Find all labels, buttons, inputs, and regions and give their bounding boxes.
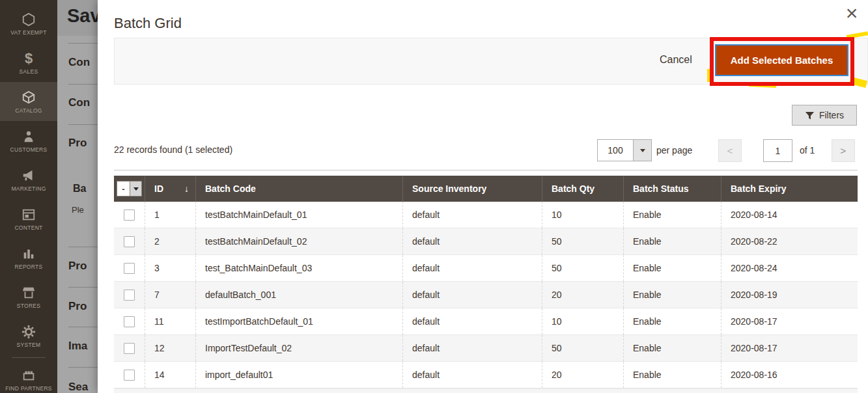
cell-batch-expiry: 2020-08-14 xyxy=(721,202,858,228)
column-header-source-inventory[interactable]: Source Inventory xyxy=(402,176,542,202)
table-row: 2 testBatchMainDefault_02 default 50 Ena… xyxy=(114,228,858,255)
page-of-label: of 1 xyxy=(800,145,815,156)
sidebar-item-label: SALES xyxy=(20,68,38,75)
row-checkbox[interactable] xyxy=(124,290,135,301)
batch-grid-table: - ID ↓ Batch Code Source Inventory Batch… xyxy=(114,176,858,388)
column-header-id[interactable]: ID ↓ xyxy=(145,176,195,202)
batch-grid-modal: Batch Grid × Cancel Add Selected Batches… xyxy=(98,0,868,393)
row-checkbox[interactable] xyxy=(124,343,135,354)
add-selected-batches-button[interactable]: Add Selected Batches xyxy=(715,44,848,76)
cell-batch-expiry: 2020-08-22 xyxy=(721,228,858,254)
cancel-button[interactable]: Cancel xyxy=(660,54,692,66)
storefront-icon xyxy=(21,285,36,301)
layout-icon xyxy=(21,207,36,223)
sidebar-item-label: VAT EXEMPT xyxy=(10,29,46,36)
sidebar-item-vat-exempt[interactable]: VAT EXEMPT xyxy=(0,4,57,43)
cell-source-inventory: default xyxy=(402,308,542,334)
row-checkbox[interactable] xyxy=(124,370,135,381)
chevron-down-icon xyxy=(130,182,141,196)
next-page-button[interactable]: > xyxy=(832,139,855,162)
per-page-select[interactable]: 100 xyxy=(597,139,652,161)
column-label: Batch Status xyxy=(633,183,689,194)
sidebar-item-find-partners[interactable]: FIND PARTNERS xyxy=(0,360,57,393)
select-all-control[interactable]: - xyxy=(114,176,145,202)
table-row: 12 ImportTestDefault_02 default 50 Enabl… xyxy=(114,335,858,362)
sidebar-item-customers[interactable]: CUSTOMERS xyxy=(0,121,57,160)
sidebar-divider xyxy=(12,357,46,358)
sidebar-item-marketing[interactable]: MARKETING xyxy=(0,160,57,199)
cell-source-inventory: default xyxy=(402,282,542,308)
cell-id: 1 xyxy=(145,202,195,228)
checkbox-cell xyxy=(114,335,145,361)
column-header-batch-qty[interactable]: Batch Qty xyxy=(542,176,623,202)
cell-batch-status: Enable xyxy=(623,335,721,361)
checkbox-cell xyxy=(114,308,145,334)
cell-source-inventory: default xyxy=(402,335,542,361)
admin-sidebar: VAT EXEMPT $ SALES CATALOG CUSTOMERS MAR… xyxy=(0,0,57,393)
sidebar-item-sales[interactable]: $ SALES xyxy=(0,43,57,82)
column-label: Batch Qty xyxy=(552,183,595,194)
row-checkbox[interactable] xyxy=(124,263,135,274)
column-label: Source Inventory xyxy=(412,183,486,194)
checkbox-cell xyxy=(114,202,145,228)
person-icon xyxy=(21,129,36,144)
filters-button[interactable]: Filters xyxy=(792,105,857,126)
row-checkbox[interactable] xyxy=(124,316,135,327)
sidebar-item-label: CATALOG xyxy=(15,107,42,114)
cell-batch-status: Enable xyxy=(623,255,721,281)
cell-batch-code: import_default01 xyxy=(195,362,402,388)
row-checkbox[interactable] xyxy=(124,210,135,221)
cell-batch-status: Enable xyxy=(623,228,721,254)
page-number-input[interactable] xyxy=(763,139,792,162)
modal-title: Batch Grid xyxy=(114,15,182,32)
sidebar-item-catalog[interactable]: CATALOG xyxy=(0,82,57,121)
cell-id: 3 xyxy=(145,255,195,281)
column-header-batch-status[interactable]: Batch Status xyxy=(623,176,721,202)
box-icon xyxy=(21,90,36,105)
cell-batch-expiry: 2020-08-17 xyxy=(721,335,858,361)
select-all-dropdown: - xyxy=(117,181,142,197)
column-label: ID xyxy=(154,183,163,194)
checkbox-cell xyxy=(114,362,145,388)
row-checkbox[interactable] xyxy=(124,236,135,247)
sidebar-item-label: MARKETING xyxy=(11,185,46,192)
cell-id: 14 xyxy=(145,362,195,388)
hexagon-icon xyxy=(21,12,36,27)
sidebar-item-content[interactable]: CONTENT xyxy=(0,199,57,238)
cell-batch-qty: 50 xyxy=(542,228,623,254)
sidebar-item-label: CUSTOMERS xyxy=(10,146,48,153)
column-header-batch-code[interactable]: Batch Code xyxy=(195,176,402,202)
column-header-batch-expiry[interactable]: Batch Expiry xyxy=(721,176,858,202)
table-header: - ID ↓ Batch Code Source Inventory Batch… xyxy=(114,176,858,202)
cell-batch-code: testImportBatchDefault_01 xyxy=(195,308,402,334)
checkbox-cell xyxy=(114,255,145,281)
sidebar-item-label: FIND PARTNERS xyxy=(5,385,52,392)
checkbox-cell xyxy=(114,282,145,308)
sidebar-item-reports[interactable]: REPORTS xyxy=(0,238,57,277)
sidebar-item-stores[interactable]: STORES xyxy=(0,277,57,316)
table-row: 7 defaultBatch_001 default 20 Enable 202… xyxy=(114,282,858,308)
cell-batch-expiry: 2020-08-19 xyxy=(721,282,858,308)
cell-batch-code: defaultBatch_001 xyxy=(195,282,402,308)
table-row: 1 testBatchMainDefault_01 default 10 Ena… xyxy=(114,202,858,228)
sort-desc-icon: ↓ xyxy=(184,183,189,194)
column-label: Batch Expiry xyxy=(731,183,787,194)
toolbar-divider xyxy=(114,170,858,170)
table-row: 3 test_BatchMainDefault_03 default 50 En… xyxy=(114,255,858,282)
chevron-down-icon xyxy=(633,140,651,161)
table-body: 1 testBatchMainDefault_01 default 10 Ena… xyxy=(114,202,858,388)
sidebar-item-system[interactable]: SYSTEM xyxy=(0,316,57,355)
cell-batch-expiry: 2020-08-24 xyxy=(721,255,858,281)
cell-batch-expiry: 2020-08-16 xyxy=(721,362,858,388)
cell-id: 12 xyxy=(145,335,195,361)
close-icon[interactable]: × xyxy=(839,0,865,26)
cell-batch-qty: 50 xyxy=(542,255,623,281)
select-all-indeterminate: - xyxy=(117,182,130,196)
filters-label: Filters xyxy=(819,110,844,120)
sidebar-item-label: REPORTS xyxy=(14,264,42,270)
prev-page-button[interactable]: < xyxy=(718,139,742,162)
cell-batch-status: Enable xyxy=(623,362,721,388)
cell-source-inventory: default xyxy=(402,362,542,388)
cell-batch-code: ImportTestDefault_02 xyxy=(195,335,402,361)
per-page-label: per page xyxy=(656,145,692,156)
